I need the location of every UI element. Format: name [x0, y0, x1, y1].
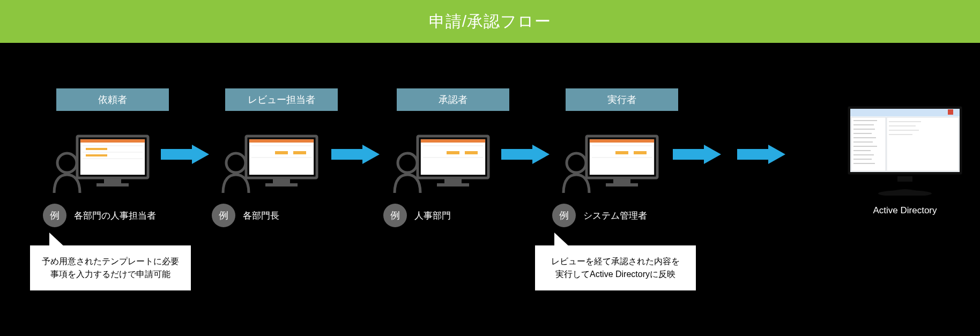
- example-row: 例 システム管理者: [552, 204, 692, 227]
- svg-rect-32: [590, 139, 654, 175]
- svg-rect-22: [421, 139, 485, 175]
- svg-rect-35: [634, 151, 647, 154]
- svg-point-20: [226, 153, 246, 173]
- role-box: 依頼者: [56, 88, 169, 111]
- svg-point-68: [878, 190, 932, 196]
- callout-tail: [49, 233, 65, 248]
- person-icon: [220, 150, 252, 193]
- workstation-icon: [391, 123, 515, 193]
- page: 申請/承認フロー 依頼者: [0, 0, 980, 336]
- monitor-icon: [75, 134, 150, 193]
- svg-rect-8: [104, 179, 121, 183]
- role-label: 依頼者: [98, 93, 127, 106]
- example-badge: 例: [43, 204, 66, 227]
- role-label: 実行者: [607, 93, 636, 106]
- role-label: 承認者: [439, 93, 467, 106]
- svg-rect-48: [850, 109, 960, 116]
- workstation-icon: [220, 123, 343, 193]
- svg-rect-25: [465, 151, 478, 154]
- svg-rect-19: [265, 183, 298, 186]
- example-badge: 例: [552, 204, 576, 227]
- svg-rect-49: [948, 109, 953, 115]
- svg-rect-3: [86, 148, 107, 150]
- svg-marker-43: [501, 145, 550, 164]
- svg-rect-4: [86, 154, 107, 156]
- workstation-icon: [51, 123, 174, 193]
- svg-marker-42: [331, 145, 380, 164]
- role-box: レビュー担当者: [225, 88, 338, 111]
- role-box: 実行者: [566, 88, 678, 111]
- svg-rect-28: [444, 179, 462, 183]
- monitor-icon: [415, 134, 491, 193]
- arrow-icon: [331, 145, 380, 164]
- arrow-icon: [673, 145, 721, 164]
- example-text: 各部門の人事担当者: [74, 210, 156, 222]
- banner-title: 申請/承認フロー: [429, 11, 551, 33]
- svg-marker-41: [161, 145, 209, 164]
- svg-rect-29: [437, 183, 469, 186]
- svg-rect-34: [615, 151, 628, 154]
- callout-text: 予め用意されたテンプレートに必要事項を入力するだけで申請可能: [42, 257, 179, 279]
- svg-rect-33: [590, 139, 654, 143]
- svg-point-30: [398, 153, 417, 173]
- svg-point-10: [57, 153, 77, 173]
- svg-rect-24: [447, 151, 459, 154]
- role-label: レビュー担当者: [248, 93, 315, 106]
- role-box: 承認者: [397, 88, 509, 111]
- svg-rect-23: [421, 139, 485, 143]
- svg-rect-1: [80, 139, 145, 175]
- monitor-icon: [244, 134, 319, 193]
- final-target: Active Directory: [846, 104, 964, 216]
- callout-left: 予め用意されたテンプレートに必要事項を入力するだけで申請可能: [30, 245, 191, 290]
- example-text: システム管理者: [583, 210, 647, 222]
- final-label: Active Directory: [846, 205, 964, 216]
- svg-rect-39: [606, 183, 638, 186]
- arrow-icon: [737, 145, 785, 164]
- flow-area: 依頼者: [0, 43, 980, 336]
- callout-right: レビューを経て承認された内容を実行してActive Directoryに反映: [535, 245, 696, 290]
- example-row: 例 人事部門: [383, 204, 523, 227]
- person-icon: [560, 150, 592, 193]
- svg-point-40: [567, 153, 586, 173]
- svg-rect-38: [613, 179, 630, 183]
- svg-rect-67: [897, 176, 912, 182]
- example-badge: 例: [212, 204, 235, 227]
- arrow-icon: [161, 145, 209, 164]
- svg-rect-2: [80, 139, 145, 143]
- svg-rect-15: [293, 151, 306, 154]
- banner: 申請/承認フロー: [0, 0, 980, 43]
- workstation-icon: [560, 123, 684, 193]
- example-text: 人事部門: [414, 210, 451, 222]
- svg-rect-50: [851, 117, 886, 171]
- svg-rect-9: [96, 183, 129, 186]
- example-row: 例 各部門の人事担当者: [43, 204, 182, 227]
- monitor-icon: [584, 134, 659, 193]
- person-icon: [51, 150, 83, 193]
- svg-marker-44: [673, 145, 721, 164]
- callout-tail: [554, 233, 570, 248]
- svg-rect-18: [273, 179, 290, 183]
- svg-rect-12: [249, 139, 314, 175]
- example-badge: 例: [383, 204, 407, 227]
- person-icon: [391, 150, 424, 193]
- example-text: 各部門長: [243, 210, 279, 222]
- ad-monitor-icon: [846, 104, 964, 196]
- callout-text: レビューを経て承認された内容を実行してActive Directoryに反映: [551, 257, 680, 279]
- svg-rect-13: [249, 139, 314, 143]
- svg-rect-14: [275, 151, 288, 154]
- arrow-icon: [501, 145, 550, 164]
- svg-rect-62: [887, 117, 959, 171]
- example-row: 例 各部門長: [212, 204, 351, 227]
- svg-marker-45: [737, 145, 785, 164]
